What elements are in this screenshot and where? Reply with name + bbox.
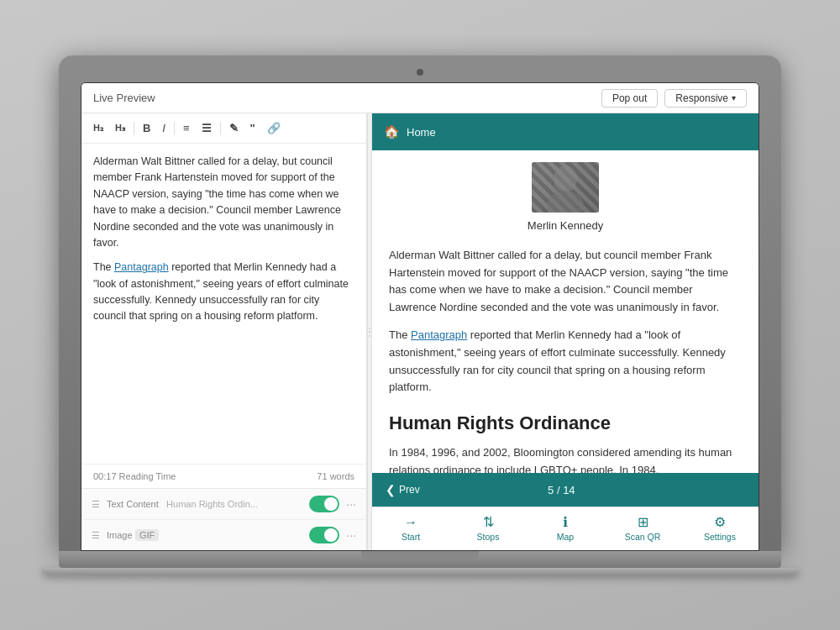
start-label: Start (402, 532, 420, 542)
nav-map[interactable]: ℹ Map (544, 516, 586, 542)
image-toggle[interactable] (309, 527, 339, 543)
editor-panel: H₂ H₃ B I ≡ ☰ ✎ " 🔗 (81, 113, 367, 550)
prev-button[interactable]: ❮ Prev (386, 483, 420, 496)
h2-button[interactable]: H₂ (90, 121, 107, 135)
pagination-bar: ❮ Prev 5 / 14 (372, 473, 759, 507)
home-label[interactable]: Home (407, 126, 436, 139)
h3-button[interactable]: H₃ (112, 121, 129, 135)
prev-label: Prev (399, 484, 420, 496)
bold-button[interactable]: B (139, 120, 154, 136)
svg-point-0 (554, 165, 577, 192)
chevron-left-icon: ❮ (386, 483, 396, 496)
preview-paragraph-3: In 1984, 1996, and 2002, Bloomington con… (389, 444, 742, 473)
preview-content[interactable]: Merlin Kennedy Alderman Walt Bittner cal… (372, 150, 759, 473)
blockquote-button[interactable]: " (247, 120, 259, 136)
editor-pantagraph-link[interactable]: Pantagraph (114, 261, 169, 273)
person-photo (532, 162, 599, 213)
italic-button[interactable]: I (159, 120, 169, 136)
preview-panel: 🏠 Home (372, 113, 759, 550)
text-content-component[interactable]: ☰ Text Content Human Rights Ordin... ··· (81, 489, 366, 520)
scan-qr-label: Scan QR (625, 532, 661, 542)
editor-toolbar: H₂ H₃ B I ≡ ☰ ✎ " 🔗 (81, 113, 366, 144)
page-indicator: 5 / 14 (548, 484, 575, 496)
text-content-value: Human Rights Ordin... (166, 499, 258, 509)
reading-time: 00:17 Reading Time (93, 471, 176, 481)
nav-scan-qr[interactable]: ⊞ Scan QR (622, 516, 664, 542)
text-content-menu[interactable]: ··· (346, 497, 356, 511)
map-icon: ℹ (563, 516, 568, 529)
start-icon: → (404, 516, 417, 529)
settings-icon: ⚙ (714, 516, 726, 529)
editor-paragraph-2: The Pantagraph reported that Merlin Kenn… (93, 260, 354, 325)
editor-content[interactable]: Alderman Walt Bittner called for a delay… (81, 144, 366, 464)
live-preview-title: Live Preview (93, 92, 155, 104)
laptop-screen: Live Preview Pop out Responsive ▾ (81, 82, 759, 551)
map-label: Map (557, 532, 574, 542)
editor-paragraph-1: Alderman Walt Bittner called for a delay… (93, 154, 354, 251)
popout-button[interactable]: Pop out (601, 89, 658, 108)
person-name: Merlin Kennedy (389, 218, 742, 235)
preview-paragraph-2: The Pantagraph reported that Merlin Kenn… (389, 327, 742, 396)
preview-nav-bar: 🏠 Home (372, 113, 759, 150)
nav-start[interactable]: → Start (390, 516, 432, 542)
preview-pantagraph-link[interactable]: Pantagraph (411, 328, 467, 341)
link-button[interactable]: 🔗 (264, 120, 284, 136)
image-menu[interactable]: ··· (346, 528, 356, 542)
word-count: 71 words (317, 471, 354, 481)
image-component-icon: ☰ (92, 530, 100, 541)
image-component[interactable]: ☰ Image GIF ··· (81, 520, 366, 550)
component-icon: ☰ (92, 499, 100, 510)
text-content-label: Text Content (107, 499, 159, 509)
image-badge: GIF (135, 529, 159, 541)
editor-meta: 00:17 Reading Time 71 words (81, 464, 366, 488)
components-list: ☰ Text Content Human Rights Ordin... ··· (81, 488, 366, 550)
top-bar: Live Preview Pop out Responsive ▾ (81, 83, 759, 113)
nav-stops[interactable]: ⇅ Stops (467, 516, 509, 542)
bottom-nav: → Start ⇅ Stops ℹ Map (372, 507, 759, 550)
highlight-button[interactable]: ✎ (226, 120, 242, 136)
ordered-list-button[interactable]: ☰ (198, 120, 215, 136)
home-icon: 🏠 (384, 124, 400, 139)
section-heading: Human Rights Ordinance (389, 408, 742, 438)
settings-label: Settings (704, 532, 736, 542)
scan-qr-icon: ⊞ (638, 516, 648, 529)
image-label: Image (107, 530, 133, 540)
stops-icon: ⇅ (483, 516, 494, 529)
person-card: Merlin Kennedy (389, 162, 742, 235)
responsive-button[interactable]: Responsive ▾ (664, 89, 747, 108)
svg-point-1 (547, 191, 584, 213)
preview-paragraph-1: Alderman Walt Bittner called for a delay… (389, 247, 742, 317)
bullet-list-button[interactable]: ≡ (180, 120, 193, 136)
stops-label: Stops (477, 532, 500, 542)
nav-settings[interactable]: ⚙ Settings (699, 516, 741, 542)
text-content-toggle[interactable] (309, 496, 339, 512)
